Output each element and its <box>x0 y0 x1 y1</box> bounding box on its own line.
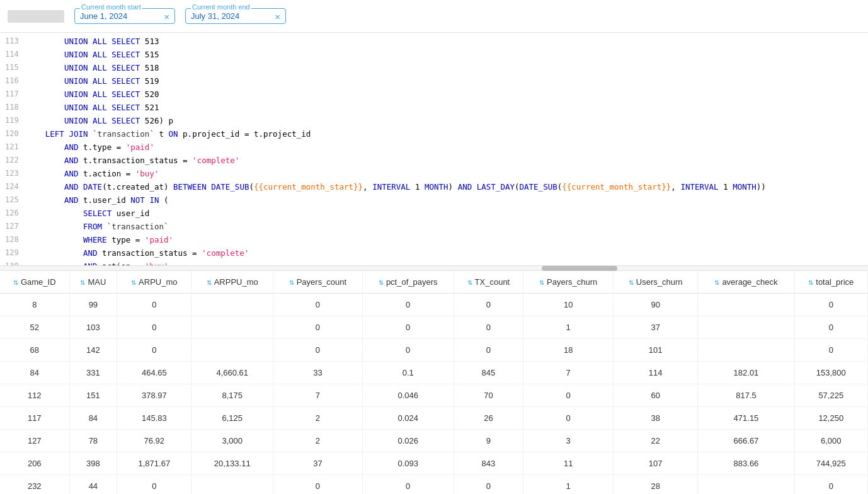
line-number: 126 <box>0 207 26 221</box>
table-row: 1277876.923,00020.0269322666.676,000 <box>0 430 868 452</box>
table-cell-total_price: 57,225 <box>794 384 867 407</box>
line-content: AND transaction_status = 'complete' <box>26 247 249 260</box>
table-cell-average_check: 883.66 <box>698 452 794 475</box>
table-column-payers_count[interactable]: ⇅Payers_count <box>273 271 362 294</box>
table-cell-arppu_mo: 4,660.61 <box>191 362 273 384</box>
table-cell-payers_churn: 1 <box>523 316 614 339</box>
line-content: UNION ALL SELECT 520 <box>26 88 159 101</box>
line-content: UNION ALL SELECT 518 <box>26 62 159 75</box>
sql-line: 114 UNION ALL SELECT 515 <box>0 49 868 62</box>
sql-line: 129 AND transaction_status = 'complete' <box>0 247 868 260</box>
data-table-container[interactable]: ⇅Game_ID⇅MAU⇅ARPU_mo⇅ARPPU_mo⇅Payers_cou… <box>0 271 868 494</box>
table-cell-users_churn: 22 <box>614 430 698 452</box>
sql-line: 118 UNION ALL SELECT 521 <box>0 101 868 115</box>
line-number: 125 <box>0 194 26 207</box>
table-cell-mau: 103 <box>69 316 117 339</box>
table-cell-arpu_mo: 0 <box>117 294 191 316</box>
table-cell-users_churn: 28 <box>614 475 698 495</box>
line-number: 130 <box>0 260 26 266</box>
table-cell-users_churn: 37 <box>614 316 698 339</box>
sql-lines: 113 UNION ALL SELECT 513114 UNION ALL SE… <box>0 33 868 266</box>
table-cell-payers_count: 2 <box>273 407 362 430</box>
line-content: AND t.user_id NOT IN ( <box>26 194 169 207</box>
table-cell-total_price: 153,800 <box>794 362 867 384</box>
current-month-start-label: Current month start <box>80 3 142 11</box>
table-cell-total_price: 12,250 <box>794 407 867 430</box>
line-content: UNION ALL SELECT 526) p <box>26 115 173 128</box>
table-column-arppu_mo[interactable]: ⇅ARPPU_mo <box>191 271 273 294</box>
line-number: 122 <box>0 154 26 168</box>
table-cell-payers_count: 33 <box>273 362 362 384</box>
table-column-game_id[interactable]: ⇅Game_ID <box>0 271 69 294</box>
table-cell-arppu_mo: 6,125 <box>191 407 273 430</box>
table-row: 112151378.978,17570.04670060817.557,225 <box>0 384 868 407</box>
table-cell-arpu_mo: 1,871.67 <box>117 452 191 475</box>
header-bar: Current month start June 1, 2024 ✕ Curre… <box>0 0 868 33</box>
table-column-users_churn[interactable]: ⇅Users_churn <box>614 271 698 294</box>
table-cell-total_price: 0 <box>794 316 867 339</box>
table-column-total_price[interactable]: ⇅total_price <box>794 271 867 294</box>
line-content: SELECT user_id <box>26 207 150 221</box>
table-cell-payers_count: 0 <box>273 316 362 339</box>
table-column-payers_churn[interactable]: ⇅Payers_churn <box>523 271 614 294</box>
line-content: UNION ALL SELECT 513 <box>26 35 159 49</box>
sort-icon: ⇅ <box>629 279 634 286</box>
line-content: FROM `transaction` <box>26 221 169 234</box>
horizontal-scrollbar[interactable] <box>0 266 868 271</box>
table-cell-mau: 331 <box>69 362 117 384</box>
sort-icon: ⇅ <box>13 279 18 286</box>
sort-icon: ⇅ <box>379 279 384 286</box>
line-number: 123 <box>0 168 26 181</box>
sql-line: 116 UNION ALL SELECT 519 <box>0 75 868 88</box>
table-cell-arpu_mo: 76.92 <box>117 430 191 452</box>
line-number: 117 <box>0 88 26 101</box>
table-cell-arppu_mo <box>191 475 273 495</box>
sort-icon: ⇅ <box>207 279 212 286</box>
table-cell-payers_churn: 0 <box>523 384 614 407</box>
current-month-end-clear-icon[interactable]: ✕ <box>275 12 280 21</box>
table-cell-tx_count: 26 <box>454 407 523 430</box>
table-cell-users_churn: 101 <box>614 339 698 362</box>
table-cell-users_churn: 107 <box>614 452 698 475</box>
table-cell-payers_count: 0 <box>273 339 362 362</box>
line-content: AND action = 'buy' <box>26 260 169 266</box>
table-column-arpu_mo[interactable]: ⇅ARPU_mo <box>117 271 191 294</box>
table-cell-payers_churn: 11 <box>523 452 614 475</box>
sort-icon: ⇅ <box>131 279 136 286</box>
table-cell-average_check <box>698 316 794 339</box>
current-month-start-field[interactable]: Current month start June 1, 2024 ✕ <box>74 8 175 24</box>
line-number: 127 <box>0 221 26 234</box>
table-cell-payers_churn: 1 <box>523 475 614 495</box>
sql-editor[interactable]: 113 UNION ALL SELECT 513114 UNION ALL SE… <box>0 33 868 266</box>
table-cell-average_check <box>698 475 794 495</box>
table-column-average_check[interactable]: ⇅average_check <box>698 271 794 294</box>
table-cell-arpu_mo: 0 <box>117 475 191 495</box>
table-cell-payers_count: 2 <box>273 430 362 452</box>
scrollbar-thumb[interactable] <box>542 266 617 271</box>
sql-line: 119 UNION ALL SELECT 526) p <box>0 115 868 128</box>
table-column-tx_count[interactable]: ⇅TX_count <box>454 271 523 294</box>
table-cell-pct_of_payers: 0.024 <box>362 407 454 430</box>
sort-icon: ⇅ <box>467 279 472 286</box>
table-column-pct_of_payers[interactable]: ⇅pct_of_payers <box>362 271 454 294</box>
sql-line: 117 UNION ALL SELECT 520 <box>0 88 868 101</box>
line-number: 113 <box>0 35 26 49</box>
line-number: 119 <box>0 115 26 128</box>
table-cell-arppu_mo: 8,175 <box>191 384 273 407</box>
table-cell-mau: 78 <box>69 430 117 452</box>
table-cell-total_price: 0 <box>794 294 867 316</box>
line-number: 121 <box>0 141 26 154</box>
table-cell-pct_of_payers: 0 <box>362 294 454 316</box>
table-column-mau[interactable]: ⇅MAU <box>69 271 117 294</box>
current-month-start-clear-icon[interactable]: ✕ <box>164 12 169 21</box>
current-month-end-field[interactable]: Current month end July 31, 2024 ✕ <box>185 8 286 24</box>
table-cell-total_price: 6,000 <box>794 430 867 452</box>
table-cell-arppu_mo <box>191 316 273 339</box>
current-month-end-value: July 31, 2024 <box>191 11 270 21</box>
table-cell-arppu_mo: 3,000 <box>191 430 273 452</box>
table-cell-payers_churn: 7 <box>523 362 614 384</box>
table-row: 2063981,871.6720,133.11370.0938431110788… <box>0 452 868 475</box>
table-cell-mau: 398 <box>69 452 117 475</box>
table-cell-mau: 142 <box>69 339 117 362</box>
sql-line: 128 WHERE type = 'paid' <box>0 234 868 247</box>
